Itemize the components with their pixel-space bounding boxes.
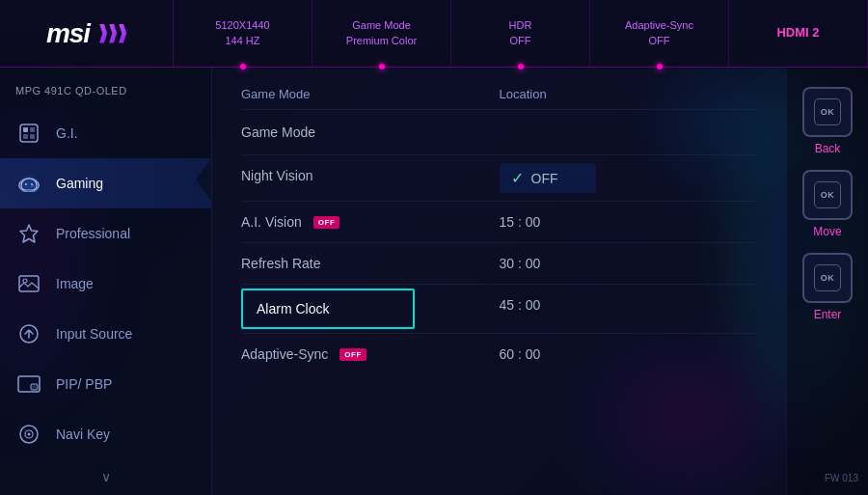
gaming-icon [15, 170, 42, 197]
msi-logo: msi [46, 18, 126, 49]
navi-key-icon [15, 421, 42, 448]
header: msi 5120X1440 144 HZ Game Mode Premium C… [0, 0, 868, 68]
sidebar-item-professional[interactable]: Professional [0, 208, 211, 259]
input-source-icon [15, 320, 42, 347]
logo-area: msi [0, 0, 174, 67]
back-label: Back [815, 142, 841, 155]
checkmark-icon: ✓ [511, 169, 524, 187]
stat-game-mode-line2: Premium Color [346, 34, 417, 48]
cell-alarm-clock-value: 45 : 00 [500, 285, 758, 333]
ai-vision-off-badge: OFF [313, 216, 340, 229]
sidebar-label-gaming: Gaming [56, 176, 103, 191]
sidebar-title: MPG 491C QD-OLED [0, 77, 211, 108]
content-headers: Game Mode Location [241, 87, 757, 109]
refresh-rate-label-text: Refresh Rate [241, 256, 320, 271]
col2-header: Location [500, 87, 758, 101]
stat-hdr-line1: HDR [509, 18, 532, 33]
chevron-down-icon: ∨ [101, 469, 111, 484]
enter-button[interactable]: OK [802, 253, 853, 303]
ai-vision-label-text: A.I. Vision [241, 214, 302, 230]
row-refresh-rate: Refresh Rate 30 : 00 [241, 242, 757, 284]
svg-rect-14 [19, 276, 39, 291]
move-label: Move [813, 225, 841, 238]
adaptive-sync-value-text: 60 : 00 [500, 346, 541, 362]
back-button[interactable]: OK [802, 87, 853, 137]
stat-game-mode: Game Mode Premium Color [312, 0, 451, 67]
pip-pbp-icon [15, 371, 42, 398]
cell-ai-vision-value: 15 : 00 [500, 202, 758, 242]
enter-button-inner: OK [814, 264, 841, 291]
move-button-inner: OK [814, 181, 841, 208]
row-alarm-clock[interactable]: Alarm Clock 45 : 00 [241, 284, 757, 333]
msi-chevron-1 [99, 24, 107, 43]
night-vision-selected-box: ✓ OFF [500, 163, 596, 193]
sidebar-item-pip-pbp[interactable]: PIP/ PBP [0, 359, 211, 409]
stat-hdmi: HDMI 2 [729, 0, 868, 67]
svg-rect-2 [30, 127, 35, 132]
cell-alarm-clock-label: Alarm Clock [241, 285, 500, 333]
image-icon [15, 270, 42, 297]
alarm-clock-label-text: Alarm Clock [257, 301, 329, 316]
night-vision-value-text: OFF [531, 171, 558, 186]
move-ok-icon: OK [821, 190, 835, 200]
sidebar: MPG 491C QD-OLED G.I. [0, 68, 212, 495]
adaptive-sync-label-text: Adaptive-Sync [241, 346, 328, 362]
stat-hdmi-label: HDMI 2 [776, 24, 819, 41]
stat-resolution-line2: 144 HZ [225, 34, 259, 48]
svg-rect-3 [23, 134, 28, 139]
sidebar-item-image[interactable]: Image [0, 259, 211, 309]
stat-hdr: HDR OFF [451, 0, 590, 67]
stat-resolution: 5120X1440 144 HZ [174, 0, 312, 67]
enter-label: Enter [814, 308, 842, 321]
svg-point-21 [28, 433, 31, 436]
stat-hdr-line2: OFF [510, 34, 531, 48]
cell-refresh-rate-label: Refresh Rate [241, 243, 500, 284]
svg-point-10 [31, 183, 33, 185]
stat-adaptive-sync: Adaptive-Sync OFF [590, 0, 729, 67]
sidebar-item-gaming[interactable]: Gaming [0, 158, 211, 208]
stat-adaptive-sync-line1: Adaptive-Sync [625, 18, 693, 33]
professional-icon [15, 220, 42, 247]
msi-logo-text: msi [46, 18, 90, 49]
content-panel: Game Mode Location Game Mode Night Visio… [212, 68, 786, 495]
row-adaptive-sync: Adaptive-Sync OFF 60 : 00 [241, 333, 757, 374]
msi-chevron-3 [119, 24, 126, 43]
svg-point-12 [33, 184, 34, 185]
msi-chevrons [99, 24, 126, 43]
sidebar-item-navi-key[interactable]: Navi Key [0, 409, 211, 459]
header-stats: 5120X1440 144 HZ Game Mode Premium Color… [174, 0, 868, 67]
alarm-clock-selected-box: Alarm Clock [241, 289, 415, 329]
sidebar-label-professional: Professional [56, 226, 130, 241]
sidebar-label-gi: G.I. [56, 125, 78, 141]
ai-vision-value-text: 15 : 00 [500, 214, 541, 230]
cell-game-mode-label: Game Mode [241, 110, 500, 154]
svg-rect-1 [23, 127, 28, 132]
stat-game-mode-line1: Game Mode [352, 18, 411, 33]
sidebar-item-input-source[interactable]: Input Source [0, 309, 211, 359]
row-game-mode: Game Mode [241, 109, 757, 154]
cell-night-vision-value: ✓ OFF [500, 155, 758, 201]
sidebar-label-input-source: Input Source [56, 326, 132, 342]
fw-label: FW 013 [825, 473, 858, 483]
svg-rect-4 [30, 134, 35, 139]
ok-icon: OK [821, 107, 835, 117]
svg-rect-18 [31, 384, 38, 390]
gi-icon [15, 120, 42, 147]
adaptive-sync-off-badge: OFF [339, 348, 366, 361]
svg-point-15 [23, 279, 27, 283]
stat-resolution-line1: 5120X1440 [215, 18, 269, 33]
sidebar-label-pip-pbp: PIP/ PBP [56, 376, 112, 392]
sidebar-label-image: Image [56, 276, 94, 291]
game-mode-label-text: Game Mode [241, 124, 315, 140]
right-panel: OK Back OK Move OK Enter FW 013 [786, 68, 868, 495]
sidebar-label-navi-key: Navi Key [56, 426, 110, 442]
cell-adaptive-sync-label: Adaptive-Sync OFF [241, 334, 500, 374]
sidebar-more-chevron[interactable]: ∨ [0, 459, 211, 494]
sidebar-item-gi[interactable]: G.I. [0, 108, 211, 158]
move-button[interactable]: OK [802, 170, 853, 220]
refresh-rate-value-text: 30 : 00 [500, 256, 541, 271]
svg-marker-13 [20, 225, 38, 242]
row-ai-vision: A.I. Vision OFF 15 : 00 [241, 201, 757, 242]
back-button-inner: OK [814, 98, 841, 125]
cell-refresh-rate-value: 30 : 00 [500, 243, 758, 284]
